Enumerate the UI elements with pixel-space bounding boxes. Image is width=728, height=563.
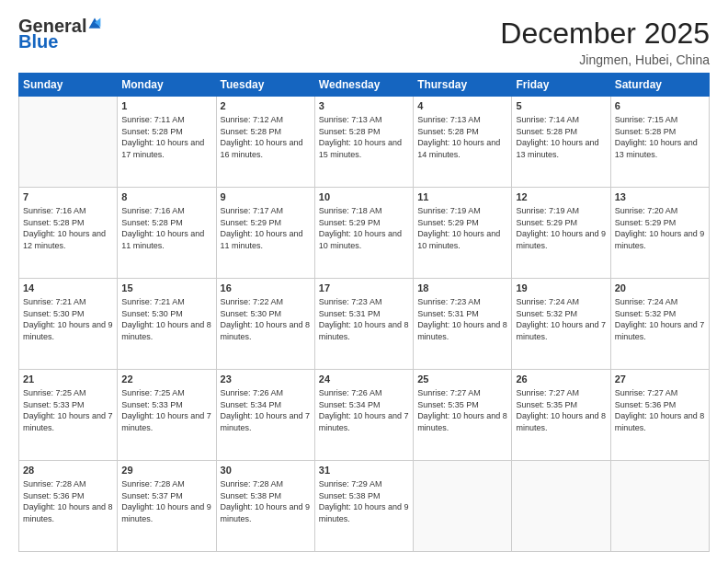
calendar-cell: 9Sunrise: 7:17 AMSunset: 5:29 PMDaylight… — [216, 188, 314, 279]
calendar-cell: 7Sunrise: 7:16 AMSunset: 5:28 PMDaylight… — [19, 188, 118, 279]
calendar-cell — [512, 461, 610, 552]
day-info: Sunrise: 7:23 AMSunset: 5:31 PMDaylight:… — [319, 297, 409, 341]
calendar-cell: 27Sunrise: 7:27 AMSunset: 5:36 PMDayligh… — [610, 370, 709, 461]
calendar-cell: 19Sunrise: 7:24 AMSunset: 5:32 PMDayligh… — [512, 279, 610, 370]
day-number: 8 — [121, 190, 211, 204]
day-number: 30 — [221, 464, 311, 477]
calendar-cell: 25Sunrise: 7:27 AMSunset: 5:35 PMDayligh… — [414, 370, 512, 461]
day-number: 2 — [221, 99, 311, 113]
day-number: 9 — [221, 190, 311, 204]
calendar-week-4: 28Sunrise: 7:28 AMSunset: 5:36 PMDayligh… — [19, 461, 710, 552]
calendar-cell: 18Sunrise: 7:23 AMSunset: 5:31 PMDayligh… — [414, 279, 512, 370]
day-info: Sunrise: 7:13 AMSunset: 5:28 PMDaylight:… — [417, 115, 500, 159]
day-info: Sunrise: 7:24 AMSunset: 5:32 PMDaylight:… — [615, 297, 705, 341]
day-number: 18 — [417, 282, 507, 295]
day-number: 12 — [516, 190, 606, 204]
day-number: 26 — [516, 373, 606, 386]
month-title: December 2025 — [500, 17, 710, 51]
calendar-cell: 10Sunrise: 7:18 AMSunset: 5:29 PMDayligh… — [314, 188, 413, 279]
day-info: Sunrise: 7:18 AMSunset: 5:29 PMDaylight:… — [319, 206, 402, 250]
calendar-cell: 29Sunrise: 7:28 AMSunset: 5:37 PMDayligh… — [118, 461, 216, 552]
calendar-cell: 3Sunrise: 7:13 AMSunset: 5:28 PMDaylight… — [314, 97, 413, 188]
calendar-cell: 5Sunrise: 7:14 AMSunset: 5:28 PMDaylight… — [512, 97, 610, 188]
day-info: Sunrise: 7:24 AMSunset: 5:32 PMDaylight:… — [516, 297, 606, 341]
calendar-header-friday: Friday — [512, 74, 610, 97]
calendar-cell: 26Sunrise: 7:27 AMSunset: 5:35 PMDayligh… — [512, 370, 610, 461]
calendar-cell: 20Sunrise: 7:24 AMSunset: 5:32 PMDayligh… — [610, 279, 709, 370]
day-number: 20 — [615, 282, 705, 295]
day-number: 11 — [417, 190, 507, 204]
calendar-cell: 23Sunrise: 7:26 AMSunset: 5:34 PMDayligh… — [216, 370, 314, 461]
day-info: Sunrise: 7:28 AMSunset: 5:37 PMDaylight:… — [121, 479, 211, 523]
calendar-cell: 1Sunrise: 7:11 AMSunset: 5:28 PMDaylight… — [118, 97, 216, 188]
calendar-table: SundayMondayTuesdayWednesdayThursdayFrid… — [18, 73, 710, 552]
calendar-week-0: 1Sunrise: 7:11 AMSunset: 5:28 PMDaylight… — [19, 97, 710, 188]
day-number: 3 — [319, 99, 409, 113]
logo: General Blue — [18, 17, 102, 52]
calendar-cell: 31Sunrise: 7:29 AMSunset: 5:38 PMDayligh… — [314, 461, 413, 552]
header: General Blue December 2025 Jingmen, Hube… — [18, 17, 710, 67]
calendar-cell: 4Sunrise: 7:13 AMSunset: 5:28 PMDaylight… — [414, 97, 512, 188]
calendar-header-saturday: Saturday — [610, 74, 709, 97]
calendar-cell: 17Sunrise: 7:23 AMSunset: 5:31 PMDayligh… — [314, 279, 413, 370]
day-number: 15 — [121, 282, 211, 295]
day-info: Sunrise: 7:28 AMSunset: 5:36 PMDaylight:… — [23, 479, 113, 523]
calendar-header-thursday: Thursday — [414, 74, 512, 97]
day-info: Sunrise: 7:14 AMSunset: 5:28 PMDaylight:… — [516, 115, 598, 159]
day-number: 23 — [221, 373, 311, 386]
day-info: Sunrise: 7:25 AMSunset: 5:33 PMDaylight:… — [23, 388, 113, 432]
day-info: Sunrise: 7:21 AMSunset: 5:30 PMDaylight:… — [23, 297, 113, 341]
calendar-cell — [414, 461, 512, 552]
calendar-cell: 21Sunrise: 7:25 AMSunset: 5:33 PMDayligh… — [19, 370, 118, 461]
calendar-cell: 15Sunrise: 7:21 AMSunset: 5:30 PMDayligh… — [118, 279, 216, 370]
calendar-cell: 16Sunrise: 7:22 AMSunset: 5:30 PMDayligh… — [216, 279, 314, 370]
day-number: 22 — [121, 373, 211, 386]
day-info: Sunrise: 7:21 AMSunset: 5:30 PMDaylight:… — [121, 297, 211, 341]
day-info: Sunrise: 7:15 AMSunset: 5:28 PMDaylight:… — [615, 115, 698, 159]
title-block: December 2025 Jingmen, Hubei, China — [500, 17, 710, 67]
day-info: Sunrise: 7:27 AMSunset: 5:36 PMDaylight:… — [615, 388, 705, 432]
day-info: Sunrise: 7:12 AMSunset: 5:28 PMDaylight:… — [221, 115, 303, 159]
day-number: 1 — [121, 99, 211, 113]
day-number: 17 — [319, 282, 409, 295]
day-number: 19 — [516, 282, 606, 295]
calendar-header-monday: Monday — [118, 74, 216, 97]
day-info: Sunrise: 7:27 AMSunset: 5:35 PMDaylight:… — [516, 388, 606, 432]
calendar-cell: 6Sunrise: 7:15 AMSunset: 5:28 PMDaylight… — [610, 97, 709, 188]
day-number: 14 — [23, 282, 113, 295]
calendar-week-1: 7Sunrise: 7:16 AMSunset: 5:28 PMDaylight… — [19, 188, 710, 279]
day-number: 27 — [615, 373, 705, 386]
day-info: Sunrise: 7:25 AMSunset: 5:33 PMDaylight:… — [121, 388, 211, 432]
day-number: 4 — [417, 99, 507, 113]
day-info: Sunrise: 7:13 AMSunset: 5:28 PMDaylight:… — [319, 115, 402, 159]
day-number: 7 — [23, 190, 113, 204]
day-info: Sunrise: 7:19 AMSunset: 5:29 PMDaylight:… — [417, 206, 500, 250]
day-info: Sunrise: 7:26 AMSunset: 5:34 PMDaylight:… — [221, 388, 311, 432]
calendar-header-row: SundayMondayTuesdayWednesdayThursdayFrid… — [19, 74, 710, 97]
page: General Blue December 2025 Jingmen, Hube… — [0, 0, 728, 563]
day-number: 25 — [417, 373, 507, 386]
calendar-week-2: 14Sunrise: 7:21 AMSunset: 5:30 PMDayligh… — [19, 279, 710, 370]
day-number: 29 — [121, 464, 211, 477]
calendar-cell: 14Sunrise: 7:21 AMSunset: 5:30 PMDayligh… — [19, 279, 118, 370]
calendar-cell: 12Sunrise: 7:19 AMSunset: 5:29 PMDayligh… — [512, 188, 610, 279]
calendar-cell — [19, 97, 118, 188]
logo-icon — [87, 17, 102, 31]
calendar-week-3: 21Sunrise: 7:25 AMSunset: 5:33 PMDayligh… — [19, 370, 710, 461]
calendar-cell: 22Sunrise: 7:25 AMSunset: 5:33 PMDayligh… — [118, 370, 216, 461]
day-info: Sunrise: 7:16 AMSunset: 5:28 PMDaylight:… — [121, 206, 204, 250]
calendar-cell: 28Sunrise: 7:28 AMSunset: 5:36 PMDayligh… — [19, 461, 118, 552]
calendar-header-sunday: Sunday — [19, 74, 118, 97]
day-info: Sunrise: 7:23 AMSunset: 5:31 PMDaylight:… — [417, 297, 507, 341]
day-info: Sunrise: 7:26 AMSunset: 5:34 PMDaylight:… — [319, 388, 409, 432]
calendar-cell — [610, 461, 709, 552]
day-number: 13 — [615, 190, 705, 204]
day-info: Sunrise: 7:11 AMSunset: 5:28 PMDaylight:… — [121, 115, 204, 159]
day-info: Sunrise: 7:27 AMSunset: 5:35 PMDaylight:… — [417, 388, 507, 432]
calendar-header-wednesday: Wednesday — [314, 74, 413, 97]
day-info: Sunrise: 7:19 AMSunset: 5:29 PMDaylight:… — [516, 206, 606, 250]
location: Jingmen, Hubei, China — [500, 52, 710, 67]
calendar-cell: 30Sunrise: 7:28 AMSunset: 5:38 PMDayligh… — [216, 461, 314, 552]
day-number: 31 — [319, 464, 409, 477]
day-number: 5 — [516, 99, 606, 113]
